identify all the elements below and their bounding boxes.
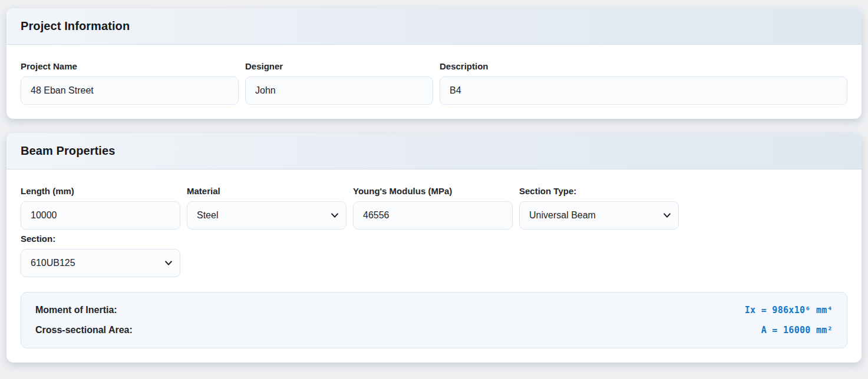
material-selected-value: Steel [197, 210, 218, 221]
project-name-label: Project Name [21, 61, 239, 71]
section-label: Section: [21, 234, 180, 244]
beam-properties-header: Beam Properties [6, 133, 862, 169]
section-type-selected-value: Universal Beam [529, 210, 596, 221]
description-field: Description [440, 61, 847, 105]
project-information-title: Project Information [21, 19, 847, 33]
moment-of-inertia-value: Ix = 986x10⁶ mm⁴ [745, 305, 833, 315]
length-field: Length (mm) [21, 186, 180, 230]
material-select[interactable]: Steel [187, 201, 346, 230]
material-field: Material Steel [187, 186, 346, 230]
section-type-select[interactable]: Universal Beam [519, 201, 679, 230]
moment-of-inertia-row: Moment of Inertia: Ix = 986x10⁶ mm⁴ [35, 305, 833, 315]
section-results-panel: Moment of Inertia: Ix = 986x10⁶ mm⁴ Cros… [21, 292, 847, 348]
project-name-input[interactable] [21, 77, 239, 105]
section-field: Section: 610UB125 [21, 234, 180, 277]
moment-of-inertia-label: Moment of Inertia: [35, 305, 117, 315]
project-information-card: Project Information Project Name Designe… [6, 8, 862, 119]
section-type-label: Section Type: [519, 186, 679, 196]
youngs-modulus-input[interactable] [353, 201, 513, 230]
section-select[interactable]: 610UB125 [21, 249, 180, 277]
material-label: Material [187, 186, 346, 196]
length-label: Length (mm) [21, 186, 180, 196]
section-selected-value: 610UB125 [31, 258, 75, 268]
project-information-body: Project Name Designer Description [6, 45, 862, 119]
designer-field: Designer [245, 61, 433, 105]
designer-input[interactable] [245, 77, 433, 105]
youngs-modulus-label: Young's Modulus (MPa) [353, 186, 513, 196]
cross-sectional-area-label: Cross-sectional Area: [35, 325, 133, 335]
cross-sectional-area-value: A = 16000 mm² [761, 325, 833, 335]
description-input[interactable] [440, 77, 847, 105]
description-label: Description [440, 61, 847, 71]
beam-properties-body: Length (mm) Material Steel You [6, 169, 862, 363]
youngs-modulus-field: Young's Modulus (MPa) [353, 186, 513, 230]
length-input[interactable] [21, 201, 180, 230]
beam-properties-title: Beam Properties [21, 144, 847, 158]
section-type-field: Section Type: Universal Beam [519, 186, 679, 230]
cross-sectional-area-row: Cross-sectional Area: A = 16000 mm² [35, 325, 833, 335]
project-information-header: Project Information [6, 8, 862, 45]
beam-properties-card: Beam Properties Length (mm) Material Ste… [6, 133, 862, 363]
designer-label: Designer [245, 61, 433, 71]
project-name-field: Project Name [21, 61, 239, 105]
